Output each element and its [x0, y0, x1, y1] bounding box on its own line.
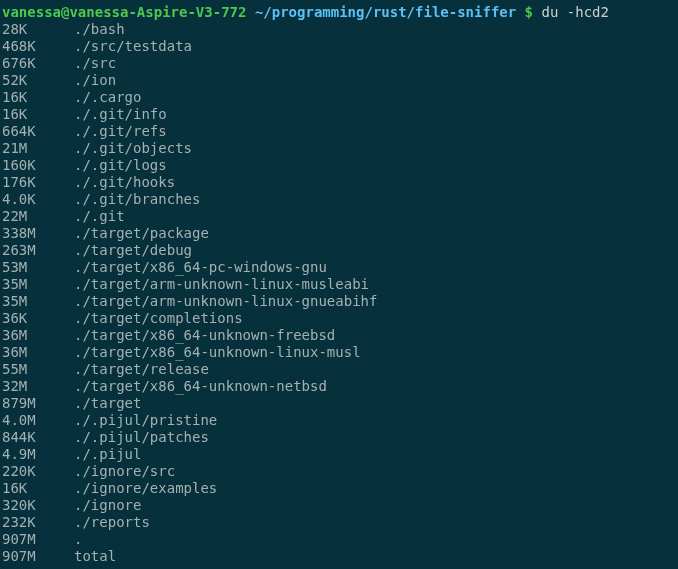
path-value: ./ignore/examples — [74, 480, 217, 496]
size-value: 907M — [2, 531, 74, 548]
output-row: 263M./target/debug — [2, 242, 678, 259]
output-row: 36M./target/x86_64-unknown-linux-musl — [2, 344, 678, 361]
size-value: 53M — [2, 259, 74, 276]
output-row: 36M./target/x86_64-unknown-freebsd — [2, 327, 678, 344]
path-value: ./.git/refs — [74, 123, 167, 139]
size-value: 16K — [2, 89, 74, 106]
user-host: vanessa@vanessa-Aspire-V3-772 — [2, 4, 246, 20]
path-value: ./target/x86_64-pc-windows-gnu — [74, 259, 327, 275]
size-value: 16K — [2, 480, 74, 497]
output-row: 16K./.git/info — [2, 106, 678, 123]
output-row: 176K./.git/hooks — [2, 174, 678, 191]
output-row: 4.9M./.pijul — [2, 446, 678, 463]
output-row: 52K./ion — [2, 72, 678, 89]
size-value: 21M — [2, 140, 74, 157]
path-value: ./target/package — [74, 225, 209, 241]
output-row: 53M./target/x86_64-pc-windows-gnu — [2, 259, 678, 276]
path-value: ./target/debug — [74, 242, 192, 258]
output-row: 32M./target/x86_64-unknown-netbsd — [2, 378, 678, 395]
size-value: 176K — [2, 174, 74, 191]
size-value: 468K — [2, 38, 74, 55]
prompt-line: vanessa@vanessa-Aspire-V3-772 ~/programm… — [2, 4, 678, 21]
output-row: 232K./reports — [2, 514, 678, 531]
path-value: ./.git/objects — [74, 140, 192, 156]
path-value: ./ignore/src — [74, 463, 175, 479]
size-value: 32M — [2, 378, 74, 395]
size-value: 220K — [2, 463, 74, 480]
path-value: ./ion — [74, 72, 116, 88]
size-value: 35M — [2, 293, 74, 310]
path-value: ./target/release — [74, 361, 209, 377]
command-text[interactable]: du -hcd2 — [541, 4, 608, 20]
output-row: 879M./target — [2, 395, 678, 412]
path-value: ./.git/logs — [74, 157, 167, 173]
size-value: 36M — [2, 344, 74, 361]
path-value: ./.git/info — [74, 106, 167, 122]
size-value: 160K — [2, 157, 74, 174]
path-value: ./ignore — [74, 497, 141, 513]
path-value: ./target/arm-unknown-linux-gnueabihf — [74, 293, 377, 309]
output-row: 21M./.git/objects — [2, 140, 678, 157]
output-row: 4.0K./.git/branches — [2, 191, 678, 208]
size-value: 36M — [2, 327, 74, 344]
path-value: total — [74, 548, 116, 564]
size-value: 36K — [2, 310, 74, 327]
path-value: ./.cargo — [74, 89, 141, 105]
path-value: ./.git/branches — [74, 191, 200, 207]
output-row: 16K./ignore/examples — [2, 480, 678, 497]
path-value: ./.pijul/patches — [74, 429, 209, 445]
size-value: 664K — [2, 123, 74, 140]
size-value: 907M — [2, 548, 74, 565]
size-value: 263M — [2, 242, 74, 259]
output-row: 28K./bash — [2, 21, 678, 38]
output-row: 36K./target/completions — [2, 310, 678, 327]
path-value: ./target — [74, 395, 141, 411]
size-value: 338M — [2, 225, 74, 242]
output-row: 468K./src/testdata — [2, 38, 678, 55]
path-value: ./src — [74, 55, 116, 71]
path-value: ./.git/hooks — [74, 174, 175, 190]
path-value: ./target/x86_64-unknown-freebsd — [74, 327, 335, 343]
path-value: ./.pijul/pristine — [74, 412, 217, 428]
output-row: 907M. — [2, 531, 678, 548]
output-row: 55M./target/release — [2, 361, 678, 378]
output-row: 676K./src — [2, 55, 678, 72]
path-value: ./src/testdata — [74, 38, 192, 54]
output-row: 907Mtotal — [2, 548, 678, 565]
size-value: 879M — [2, 395, 74, 412]
output-row: 160K./.git/logs — [2, 157, 678, 174]
size-value: 320K — [2, 497, 74, 514]
output-row: 664K./.git/refs — [2, 123, 678, 140]
path-value: ./.git — [74, 208, 125, 224]
cwd: ~/programming/rust/file-sniffer — [255, 4, 516, 20]
size-value: 4.0K — [2, 191, 74, 208]
size-value: 52K — [2, 72, 74, 89]
path-value: ./target/x86_64-unknown-netbsd — [74, 378, 327, 394]
output-row: 16K./.cargo — [2, 89, 678, 106]
du-output: 28K./bash468K./src/testdata676K./src52K.… — [2, 21, 678, 565]
output-row: 320K./ignore — [2, 497, 678, 514]
dollar: $ — [525, 4, 533, 20]
path-value: ./.pijul — [74, 446, 141, 462]
size-value: 28K — [2, 21, 74, 38]
path-value: ./target/completions — [74, 310, 243, 326]
output-row: 35M./target/arm-unknown-linux-gnueabihf — [2, 293, 678, 310]
path-value: ./reports — [74, 514, 150, 530]
path-value: ./bash — [74, 21, 125, 37]
output-row: 220K./ignore/src — [2, 463, 678, 480]
size-value: 22M — [2, 208, 74, 225]
output-row: 338M./target/package — [2, 225, 678, 242]
path-value: . — [74, 531, 82, 547]
output-row: 22M./.git — [2, 208, 678, 225]
output-row: 844K./.pijul/patches — [2, 429, 678, 446]
size-value: 676K — [2, 55, 74, 72]
output-row: 4.0M./.pijul/pristine — [2, 412, 678, 429]
size-value: 844K — [2, 429, 74, 446]
path-value: ./target/arm-unknown-linux-musleabi — [74, 276, 369, 292]
size-value: 232K — [2, 514, 74, 531]
path-value: ./target/x86_64-unknown-linux-musl — [74, 344, 361, 360]
size-value: 4.0M — [2, 412, 74, 429]
size-value: 55M — [2, 361, 74, 378]
size-value: 35M — [2, 276, 74, 293]
output-row: 35M./target/arm-unknown-linux-musleabi — [2, 276, 678, 293]
